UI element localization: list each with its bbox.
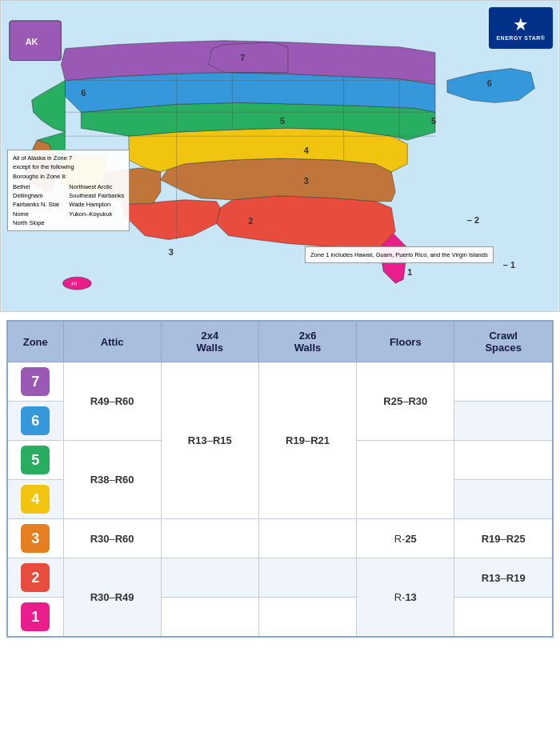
col-header-walls-2x4: 2x4Walls bbox=[161, 321, 258, 362]
energy-star-label: ENERGY STAR® bbox=[496, 35, 545, 41]
zone1-map-label: – 1 bbox=[503, 260, 515, 270]
climate-zone-map: 1 2 3 3 4 5 5 6 6 7 AK bbox=[0, 0, 560, 312]
col-header-zone: Zone bbox=[7, 321, 63, 362]
svg-text:5: 5 bbox=[431, 116, 436, 126]
zone-3-cell: 3 bbox=[7, 519, 63, 558]
walls2x6-z2 bbox=[258, 558, 356, 598]
col-header-attic: Attic bbox=[63, 321, 161, 362]
walls2x4-z2 bbox=[161, 558, 258, 598]
zone-2-badge: 2 bbox=[21, 563, 50, 592]
walls2x6-z3 bbox=[258, 519, 356, 558]
svg-text:AK: AK bbox=[26, 37, 38, 46]
zone-4-cell: 4 bbox=[7, 480, 63, 519]
svg-text:1: 1 bbox=[407, 267, 412, 277]
zone-1-cell: 1 bbox=[7, 598, 63, 638]
zone-1-badge: 1 bbox=[21, 602, 50, 631]
insulation-table: Zone Attic 2x4Walls 2x6Walls Floors Craw… bbox=[6, 320, 554, 638]
crawl-z7 bbox=[454, 362, 553, 402]
insulation-table-section: Zone Attic 2x4Walls 2x6Walls Floors Craw… bbox=[0, 312, 560, 646]
crawl-z2: R13–R19 bbox=[454, 558, 553, 598]
energy-star-logo: ★ bbox=[513, 16, 529, 34]
attic-z5-z4: R38–R60 bbox=[63, 441, 161, 519]
zone1-note: Zone 1 includes Hawaii, Guam, Puerto Ric… bbox=[305, 246, 494, 263]
zone-4-badge: 4 bbox=[21, 485, 50, 514]
crawl-z5 bbox=[454, 441, 553, 480]
svg-text:7: 7 bbox=[240, 53, 245, 62]
attic-z7-z6: R49–R60 bbox=[63, 362, 161, 441]
zone-6-badge: 6 bbox=[21, 406, 50, 435]
zone-5-cell: 5 bbox=[7, 441, 63, 480]
svg-marker-6 bbox=[161, 158, 395, 202]
walls2x4-z7-z4: R13–R15 bbox=[161, 362, 258, 519]
svg-text:6: 6 bbox=[81, 88, 86, 98]
col-header-floors: Floors bbox=[357, 321, 454, 362]
floors-z3: R-25 bbox=[357, 519, 454, 558]
crawl-z3: R19–R25 bbox=[454, 519, 553, 558]
walls2x4-z3 bbox=[161, 519, 258, 558]
attic-z2-z1: R30–R49 bbox=[63, 558, 161, 638]
svg-marker-22 bbox=[208, 42, 287, 73]
svg-text:4: 4 bbox=[304, 146, 310, 155]
zone-5-badge: 5 bbox=[21, 446, 50, 474]
col-header-walls-2x6: 2x6Walls bbox=[258, 321, 356, 362]
energy-star-badge: ★ ENERGY STAR® bbox=[489, 7, 553, 49]
crawl-z4 bbox=[454, 480, 553, 519]
svg-text:2: 2 bbox=[248, 216, 253, 226]
floors-z7-z6: R25–R30 bbox=[357, 362, 454, 441]
crawl-z1 bbox=[454, 598, 553, 638]
floors-z2-z1: R-13 bbox=[357, 558, 454, 638]
svg-text:6: 6 bbox=[487, 78, 492, 88]
zone-7-cell: 7 bbox=[7, 362, 63, 402]
walls2x6-z1 bbox=[258, 598, 356, 638]
walls2x4-z1 bbox=[161, 598, 258, 638]
table-row: 2 R30–R49 R-13 R13–R19 bbox=[7, 558, 553, 598]
svg-text:3: 3 bbox=[169, 247, 174, 257]
floors-z5-z4 bbox=[357, 441, 454, 519]
svg-text:HI: HI bbox=[71, 281, 77, 286]
table-row: 7 R49–R60 R13–R15 R19–R21 R25–R30 bbox=[7, 362, 553, 402]
alaska-note: All of Alaska in Zone 7 except for the f… bbox=[7, 150, 130, 231]
zone-7-badge: 7 bbox=[21, 367, 50, 396]
zone-6-cell: 6 bbox=[7, 402, 63, 441]
zone2-map-label: – 2 bbox=[467, 215, 479, 225]
walls2x6-z7-z4: R19–R21 bbox=[258, 362, 356, 519]
crawl-z6 bbox=[454, 402, 553, 441]
zone-2-cell: 2 bbox=[7, 558, 63, 598]
svg-text:3: 3 bbox=[304, 176, 309, 186]
svg-text:5: 5 bbox=[280, 116, 285, 126]
zone-3-badge: 3 bbox=[21, 524, 50, 553]
attic-z3: R30–R60 bbox=[63, 519, 161, 558]
col-header-crawl: CrawlSpaces bbox=[454, 321, 553, 362]
table-row: 3 R30–R60 R-25 R19–R25 bbox=[7, 519, 553, 558]
